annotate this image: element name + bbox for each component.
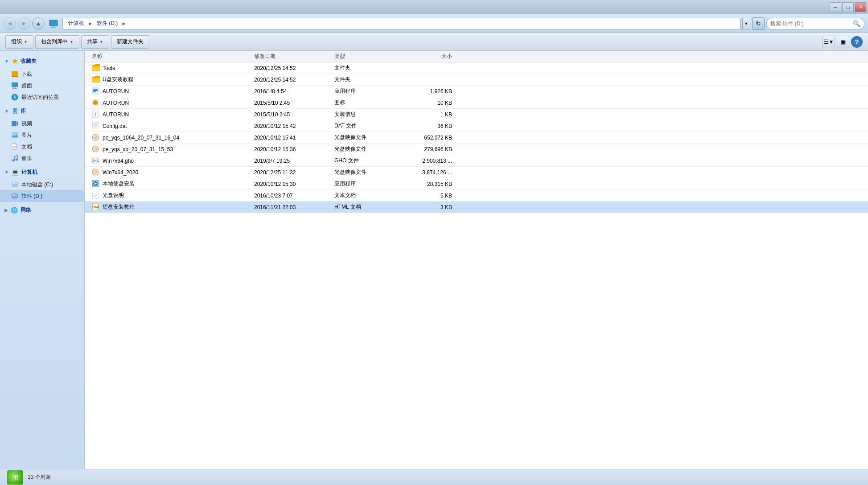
sidebar-item-desktop[interactable]: 桌面 xyxy=(0,80,84,91)
svg-point-51 xyxy=(95,172,96,173)
file-area: 名称 修改日期 类型 大小 Tools 2020/12/25 14:52 文件夹… xyxy=(85,51,868,469)
table-row[interactable]: pe_yqs_1064_20_07_31_16_04 2020/10/12 15… xyxy=(85,132,868,144)
table-row[interactable]: GHO Win7x64.gho 2019/9/7 19:25 GHO 文件 2,… xyxy=(85,155,868,167)
file-type-cell: 光盘映像文件 xyxy=(334,169,397,176)
svg-text:GHO: GHO xyxy=(92,159,99,163)
sidebar-item-docs[interactable]: 文档 xyxy=(0,141,84,152)
preview-button[interactable]: ▣ xyxy=(837,36,849,48)
sidebar-item-disk-d[interactable]: 软件 (D:) xyxy=(0,190,84,202)
table-row[interactable]: 光盘说明 2016/10/23 7:07 文本文档 5 KB xyxy=(85,190,868,201)
minimize-button[interactable]: ─ xyxy=(830,2,841,12)
library-label: 库 xyxy=(21,107,26,115)
computer-label: 计算机 xyxy=(21,169,37,176)
file-name-label: 硬盘安装教程 xyxy=(103,203,135,211)
file-icon xyxy=(92,180,100,188)
forward-button[interactable]: ► xyxy=(18,17,30,30)
network-header[interactable]: ▶ 🌐 网络 xyxy=(0,204,84,217)
downloads-label: 下载 xyxy=(21,70,32,78)
file-name-cell: 本地硬盘安装 xyxy=(85,180,254,188)
docs-icon xyxy=(11,143,19,151)
statusbar: ⊞ 13 个对象 xyxy=(0,469,868,485)
sidebar: ▼ ★ 收藏夹 下载 桌面 最近访问的位置 xyxy=(0,51,85,469)
favorites-label: 收藏夹 xyxy=(21,58,37,65)
file-icon xyxy=(92,169,100,177)
search-icon[interactable]: 🔍 xyxy=(853,20,860,27)
addressbar: ◄ ► ▲ 计算机 ► 软件 (D:) ► ▼ ↻ 🔍 xyxy=(0,14,868,33)
table-row[interactable]: 本地硬盘安装 2020/10/12 15:30 应用程序 28,315 KB xyxy=(85,178,868,190)
file-name-cell: AUTORUN xyxy=(85,99,254,107)
table-row[interactable]: i AUTORUN 2015/5/10 2:45 安装信息 1 KB xyxy=(85,109,868,120)
sidebar-item-music[interactable]: 音乐 xyxy=(0,152,84,164)
svg-rect-31 xyxy=(93,90,98,91)
file-size-cell: 10 KB xyxy=(397,100,459,106)
sidebar-item-disk-c[interactable]: 本地磁盘 (C:) xyxy=(0,179,84,190)
favorites-section: ▼ ★ 收藏夹 下载 桌面 最近访问的位置 xyxy=(0,54,84,103)
file-type-cell: 图标 xyxy=(334,99,397,107)
table-row[interactable]: AUTORUN 2015/5/10 2:45 图标 10 KB xyxy=(85,97,868,109)
search-input[interactable] xyxy=(770,21,851,27)
recent-label: 最近访问的位置 xyxy=(21,94,59,101)
favorites-header[interactable]: ▼ ★ 收藏夹 xyxy=(0,54,84,68)
path-disk-d[interactable]: 软件 (D:) xyxy=(95,20,119,27)
svg-marker-10 xyxy=(17,121,18,126)
maximize-button[interactable]: □ xyxy=(842,2,854,12)
svg-point-27 xyxy=(12,193,18,196)
music-label: 音乐 xyxy=(21,155,32,162)
organize-label: 组织 xyxy=(11,38,22,45)
file-date-cell: 2016/11/21 22:03 xyxy=(254,204,334,210)
star-icon: ★ xyxy=(12,57,18,66)
file-size-cell: 279,696 KB xyxy=(397,146,459,152)
path-dropdown[interactable]: ▼ xyxy=(742,18,750,29)
table-row[interactable]: Tools 2020/12/25 14:52 文件夹 xyxy=(85,62,868,74)
file-icon xyxy=(92,145,100,153)
sidebar-item-videos[interactable]: 视频 xyxy=(0,118,84,129)
table-row[interactable]: Win7x64_2020 2020/12/25 11:32 光盘映像文件 3,8… xyxy=(85,167,868,178)
col-header-name[interactable]: 名称 xyxy=(85,53,254,60)
col-header-size[interactable]: 大小 xyxy=(397,53,459,60)
svg-text:HTML: HTML xyxy=(92,206,99,209)
svg-rect-5 xyxy=(12,82,18,87)
svg-rect-9 xyxy=(12,121,16,126)
back-button[interactable]: ◄ xyxy=(4,17,16,30)
file-date-cell: 2020/10/12 15:36 xyxy=(254,146,334,152)
close-button[interactable]: ✕ xyxy=(855,2,866,12)
help-button[interactable]: ? xyxy=(851,36,863,48)
svg-point-12 xyxy=(13,134,14,135)
pictures-icon xyxy=(11,131,19,139)
table-row[interactable]: Config.dat 2020/10/12 15:42 DAT 文件 36 KB xyxy=(85,120,868,132)
path-computer[interactable]: 计算机 xyxy=(66,20,86,27)
file-date-cell: 2020/10/12 15:41 xyxy=(254,135,334,141)
newfolder-button[interactable]: 新建文件夹 xyxy=(111,35,149,49)
up-button[interactable]: ▲ xyxy=(32,17,45,30)
col-header-type[interactable]: 类型 xyxy=(334,53,397,60)
refresh-button[interactable]: ↻ xyxy=(752,17,765,30)
file-name-label: pe_yqs_1064_20_07_31_16_04 xyxy=(103,135,179,141)
view-mode-button[interactable]: ☰▼ xyxy=(823,36,835,48)
sidebar-item-recent[interactable]: 最近访问的位置 xyxy=(0,91,84,103)
file-type-cell: 光盘映像文件 xyxy=(334,145,397,153)
library-button[interactable]: 包含到库中 ▼ xyxy=(35,35,79,49)
address-path[interactable]: 计算机 ► 软件 (D:) ► xyxy=(62,18,740,29)
path-sep-1: ► xyxy=(88,21,93,27)
sidebar-item-downloads[interactable]: 下载 xyxy=(0,68,84,80)
share-chevron: ▼ xyxy=(99,40,103,44)
newfolder-label: 新建文件夹 xyxy=(117,38,144,45)
file-type-cell: HTML 文档 xyxy=(334,203,397,211)
table-row[interactable]: AUTORUN 2016/1/8 4:54 应用程序 1,926 KB xyxy=(85,86,868,97)
table-row[interactable]: pe_yqs_xp_20_07_31_15_53 2020/10/12 15:3… xyxy=(85,144,868,155)
file-name-label: 光盘说明 xyxy=(103,192,124,199)
library-header[interactable]: ▼ 🗄 库 xyxy=(0,105,84,118)
file-name-cell: GHO Win7x64.gho xyxy=(85,157,254,165)
table-row[interactable]: U盘安装教程 2020/12/25 14:52 文件夹 xyxy=(85,74,868,86)
search-box: 🔍 xyxy=(766,18,864,29)
network-label: 网络 xyxy=(21,206,31,214)
svg-rect-6 xyxy=(13,87,16,88)
col-header-date[interactable]: 修改日期 xyxy=(254,53,334,60)
share-button[interactable]: 共享 ▼ xyxy=(81,35,109,49)
status-left: ⊞ 13 个对象 xyxy=(7,470,51,485)
table-row[interactable]: HTML 硬盘安装教程 2016/11/21 22:03 HTML 文档 3 K… xyxy=(85,201,868,213)
organize-button[interactable]: 组织 ▼ xyxy=(5,35,33,49)
computer-header[interactable]: ▼ 💻 计算机 xyxy=(0,166,84,179)
disk-c-label: 本地磁盘 (C:) xyxy=(21,181,53,189)
sidebar-item-pictures[interactable]: 图片 xyxy=(0,129,84,141)
